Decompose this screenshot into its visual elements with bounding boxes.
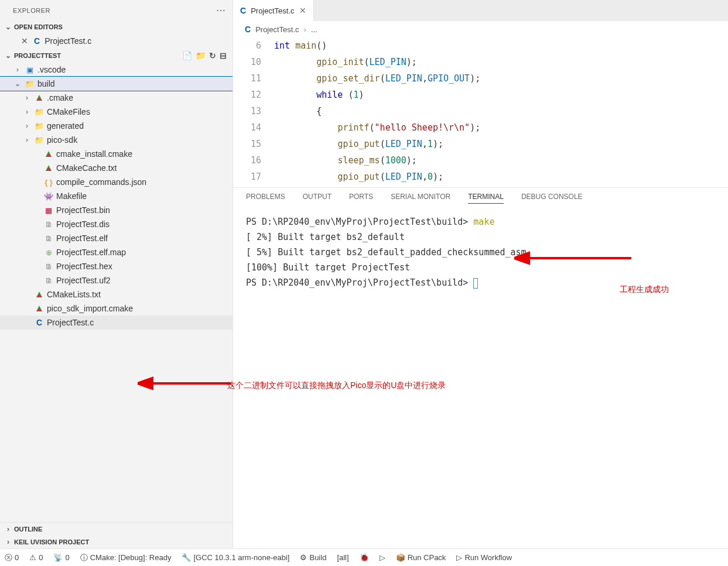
status-bar: ⓧ0 ⚠0 📡0 ⓘCMake: [Debug]: Ready 🔧[GCC 10… <box>0 548 728 566</box>
outline-title: OUTLINE <box>14 526 227 533</box>
folder-item[interactable]: ›📁pico-sdk <box>0 133 233 147</box>
project-title: PROJECTTEST <box>14 52 182 59</box>
tree-item-label: pico_sdk_import.cmake <box>47 304 133 313</box>
folder-item[interactable]: ›.cmake <box>0 91 233 105</box>
folder-item[interactable]: ⌄📁build <box>0 77 233 91</box>
tree-item-label: pico-sdk <box>47 135 77 145</box>
file-item[interactable]: 👾Makefile <box>0 189 233 203</box>
terminal-prompt: PS D:\RP2040_env\MyProj\ProjectTest\buil… <box>246 217 468 227</box>
new-folder-icon[interactable]: 📁 <box>196 51 206 60</box>
status-build[interactable]: ⚙Build <box>300 553 326 562</box>
project-header[interactable]: ⌄ PROJECTTEST 📄 📁 ↻ ⊟ <box>0 49 233 63</box>
panel-tab-output[interactable]: OUTPUT <box>303 193 331 204</box>
status-errors[interactable]: ⓧ0 <box>5 553 19 563</box>
collapse-icon[interactable]: ⊟ <box>220 51 227 60</box>
tree-item-label: ProjectTest.hex <box>56 262 112 271</box>
c-file-icon: C <box>34 36 40 46</box>
file-item[interactable]: CMakeLists.txt <box>0 287 233 301</box>
file-icon: 🗎 <box>45 220 53 229</box>
tree-item-label: cmake_install.cmake <box>56 149 132 159</box>
tree-item-label: ProjectTest.c <box>47 318 94 327</box>
line-number: 6 <box>233 37 274 54</box>
open-editors-header[interactable]: ⌄ OPEN EDITORS <box>0 20 233 33</box>
status-cmake[interactable]: ⓘCMake: [Debug]: Ready <box>80 553 172 563</box>
cmake-icon <box>36 291 42 297</box>
line-number: 16 <box>233 152 274 169</box>
keil-header[interactable]: › KEIL UVISION PROJECT <box>0 536 233 548</box>
play-icon: ▷ <box>380 553 385 562</box>
tree-item-label: ProjectTest.bin <box>56 205 110 215</box>
new-file-icon[interactable]: 📄 <box>182 51 192 60</box>
folder-item[interactable]: ›▣.vscode <box>0 63 233 77</box>
status-ports[interactable]: 📡0 <box>53 553 69 562</box>
status-cpack[interactable]: 📦Run CPack <box>396 553 446 562</box>
status-warnings[interactable]: ⚠0 <box>29 553 43 562</box>
refresh-icon[interactable]: ↻ <box>209 51 216 60</box>
chevron-right-icon: › <box>4 538 13 546</box>
file-item[interactable]: CMakeCache.txt <box>0 161 233 175</box>
chevron-down-icon: ⌄ <box>13 80 22 88</box>
outline-header[interactable]: › OUTLINE <box>0 522 233 536</box>
status-target[interactable]: [all] <box>337 553 348 562</box>
c-file-icon: C <box>36 318 42 327</box>
panel-tab-problems[interactable]: PROBLEMS <box>246 193 285 204</box>
file-item[interactable]: 🗎ProjectTest.hex <box>0 259 233 273</box>
panel-tab-debug-console[interactable]: DEBUG CONSOLE <box>521 193 583 204</box>
close-icon[interactable]: ✕ <box>299 6 306 15</box>
status-gcc[interactable]: 🔧[GCC 10.3.1 arm-none-eabi] <box>182 553 289 562</box>
file-icon: 🗎 <box>45 234 53 243</box>
file-item[interactable]: cmake_install.cmake <box>0 147 233 161</box>
file-item[interactable]: 🗎ProjectTest.elf <box>0 231 233 245</box>
cmake-icon <box>46 165 52 171</box>
folder-icon: 📁 <box>35 108 44 116</box>
chevron-down-icon: ⌄ <box>4 52 13 60</box>
status-debug[interactable]: 🐞 <box>360 553 369 562</box>
breadcrumb[interactable]: C ProjectTest.c › ... <box>233 21 728 37</box>
line-number: 11 <box>233 70 274 87</box>
cmake-icon <box>36 306 42 311</box>
error-icon: ⓧ <box>5 553 12 563</box>
close-icon[interactable]: ✕ <box>21 36 29 46</box>
breadcrumb-file: ProjectTest.c <box>255 25 299 34</box>
file-tree: ›▣.vscode⌄📁build›.cmake›📁CMakeFiles›📁gen… <box>0 63 233 522</box>
panel-tabs: PROBLEMSOUTPUTPORTSSERIAL MONITORTERMINA… <box>233 187 728 208</box>
tree-item-label: generated <box>47 121 84 131</box>
code-line: 17 gpio_put(LED_PIN,0); <box>233 169 728 185</box>
terminal[interactable]: PS D:\RP2040_env\MyProj\ProjectTest\buil… <box>233 208 728 548</box>
panel-tab-ports[interactable]: PORTS <box>349 193 373 204</box>
panel-tab-terminal[interactable]: TERMINAL <box>468 193 504 204</box>
status-workflow[interactable]: ▷Run Workflow <box>456 553 512 562</box>
code-line: 11 gpio_set_dir(LED_PIN,GPIO_OUT); <box>233 70 728 87</box>
terminal-prompt: PS D:\RP2040_env\MyProj\ProjectTest\buil… <box>246 277 468 288</box>
panel-tab-serial-monitor[interactable]: SERIAL MONITOR <box>391 193 450 204</box>
open-editor-item[interactable]: ✕ C ProjectTest.c <box>0 33 233 49</box>
file-item[interactable]: 🗎ProjectTest.uf2 <box>0 273 233 287</box>
editor-tab[interactable]: C ProjectTest.c ✕ <box>233 0 314 21</box>
tree-item-label: ProjectTest.uf2 <box>56 276 111 285</box>
terminal-line: [ 5%] Built target bs2_default_padded_ch… <box>246 245 715 260</box>
play-icon: ▷ <box>456 553 462 562</box>
file-item[interactable]: CProjectTest.c <box>0 315 233 330</box>
file-item[interactable]: 🗎ProjectTest.dis <box>0 217 233 231</box>
file-item[interactable]: ▦ProjectTest.bin <box>0 203 233 217</box>
tree-item-label: ProjectTest.dis <box>56 219 110 229</box>
c-file-icon: C <box>240 6 246 15</box>
code-line: 10 gpio_init(LED_PIN); <box>233 54 728 70</box>
status-run[interactable]: ▷ <box>380 553 385 562</box>
code-editor[interactable]: 6int main()10 gpio_init(LED_PIN);11 gpio… <box>233 37 728 187</box>
line-number: 13 <box>233 103 274 119</box>
folder-icon: 📁 <box>35 136 44 145</box>
chevron-right-icon: › <box>22 94 32 102</box>
folder-item[interactable]: ›📁generated <box>0 119 233 133</box>
folder-icon: 📁 <box>25 80 35 88</box>
info-icon: ⓘ <box>80 553 88 563</box>
file-item[interactable]: pico_sdk_import.cmake <box>0 301 233 315</box>
file-item[interactable]: ⊕ProjectTest.elf.map <box>0 245 233 259</box>
breadcrumb-rest: ... <box>311 25 317 34</box>
open-editor-label: ProjectTest.c <box>45 36 91 46</box>
tree-item-label: ProjectTest.elf <box>56 234 108 243</box>
file-item[interactable]: { }compile_commands.json <box>0 175 233 189</box>
folder-item[interactable]: ›📁CMakeFiles <box>0 105 233 119</box>
code-line: 16 sleep_ms(1000); <box>233 152 728 169</box>
explorer-more-icon[interactable]: ⋯ <box>216 5 226 16</box>
